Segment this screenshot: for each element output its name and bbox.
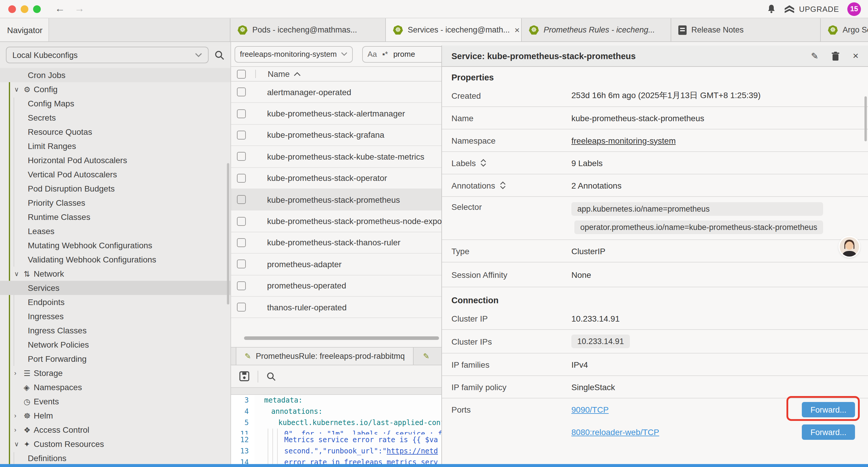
sidebar-item[interactable]: Network Policies	[0, 338, 230, 352]
namespace-select[interactable]: freeleaps-monitoring-system	[235, 46, 353, 62]
table-row[interactable]: kube-prometheus-stack-kube-state-metrics	[231, 146, 467, 168]
notification-badge[interactable]: 15	[847, 2, 861, 16]
table-row[interactable]: kube-prometheus-stack-grafana	[231, 125, 467, 146]
back-icon[interactable]: ←	[55, 3, 65, 15]
expand-collapse-icon[interactable]	[481, 159, 487, 167]
drawer-scrollbar[interactable]	[864, 96, 867, 141]
tab-pods[interactable]: ☸ Pods - icecheng@mathmas...	[230, 18, 386, 41]
sidebar-item[interactable]: › ❖ Access Control	[0, 423, 230, 437]
kubeconfig-select[interactable]: Local Kubeconfigs	[6, 47, 209, 63]
tab-release-notes[interactable]: Release Notes	[671, 18, 821, 41]
namespace-link[interactable]: freeleaps-monitoring-system	[571, 136, 676, 145]
sidebar-item[interactable]: Horizontal Pod Autoscalers	[0, 153, 230, 167]
save-icon[interactable]	[239, 371, 249, 381]
forward-button[interactable]: Forward...	[802, 425, 855, 440]
editor-tab-partial[interactable]: ✎	[417, 348, 435, 365]
expand-collapse-icon[interactable]	[500, 181, 506, 189]
close-window-button[interactable]	[8, 5, 16, 13]
sidebar-item[interactable]: Secrets	[0, 111, 230, 125]
table-row[interactable]: kube-prometheus-stack-alertmanager	[231, 103, 467, 125]
sidebar-item[interactable]: Ingress Classes	[0, 323, 230, 338]
sidebar-item[interactable]: Validating Webhook Configurations	[0, 253, 230, 267]
search-icon[interactable]	[267, 372, 276, 381]
table-row[interactable]: kube-prometheus-stack-operator	[231, 168, 467, 189]
sidebar-scrollbar[interactable]	[227, 163, 229, 304]
close-tab-icon[interactable]: ×	[515, 25, 520, 35]
sidebar-item-label: Namespaces	[34, 382, 82, 392]
avatar[interactable]	[840, 237, 859, 257]
chevron-down-icon	[341, 52, 347, 56]
sidebar-item[interactable]: Endpoints	[0, 295, 230, 309]
row-checkbox[interactable]	[237, 217, 246, 226]
yaml-editor[interactable]: 3metadata: 4annotations: 5kubectl.kubern…	[231, 395, 467, 465]
sidebar-item[interactable]: Services	[0, 281, 230, 295]
table-row[interactable]: kube-prometheus-stack-prometheus	[231, 189, 467, 211]
table-row[interactable]: kube-prometheus-stack-prometheus-node-ex…	[231, 211, 467, 232]
sidebar-item[interactable]: Mutating Webhook Configurations	[0, 238, 230, 253]
kubernetes-icon: ☸	[393, 25, 403, 35]
table-row[interactable]: alertmanager-operated	[231, 82, 467, 103]
search-input[interactable]: Aa ▪* prome	[362, 46, 451, 62]
table-row[interactable]: thanos-ruler-operated	[231, 297, 467, 318]
property-value: 10.233.14.91	[571, 314, 620, 323]
forward-icon[interactable]: →	[74, 3, 85, 15]
service-name: alertmanager-operated	[267, 87, 351, 97]
tab-prometheus-rules[interactable]: ☸ Prometheus Rules - icecheng...	[522, 18, 671, 41]
upgrade-button[interactable]: UPGRADE	[784, 4, 839, 13]
sidebar-item[interactable]: Config Maps	[0, 96, 230, 111]
maximize-window-button[interactable]	[33, 5, 41, 13]
close-icon[interactable]: ×	[852, 51, 859, 61]
sidebar-item[interactable]: ∨ ⇅ Network	[0, 267, 230, 281]
row-checkbox[interactable]	[237, 152, 246, 161]
sidebar-item[interactable]: Resource Quotas	[0, 125, 230, 139]
filterbar-extension	[441, 42, 868, 46]
sidebar-item[interactable]: Pod Disruption Budgets	[0, 181, 230, 196]
sidebar-item[interactable]: Vertical Pod Autoscalers	[0, 167, 230, 181]
drawer-body: Properties Created 253d 16h 6m ago (2025…	[442, 67, 868, 467]
sidebar-item[interactable]: Limit Ranges	[0, 139, 230, 153]
row-checkbox[interactable]	[237, 303, 246, 312]
sidebar-item[interactable]: Port Forwarding	[0, 352, 230, 366]
tab-services[interactable]: ☸ Services - icecheng@math... ×	[386, 18, 522, 41]
sidebar-item[interactable]: Leases	[0, 224, 230, 238]
row-checkbox[interactable]	[237, 238, 246, 247]
table-row[interactable]: kube-prometheus-stack-thanos-ruler	[231, 232, 467, 254]
sidebar-item[interactable]: Definitions	[0, 451, 230, 465]
sidebar-item[interactable]: Priority Classes	[0, 196, 230, 210]
row-checkbox[interactable]	[237, 174, 246, 183]
search-icon[interactable]	[215, 50, 224, 60]
forward-button[interactable]: Forward...	[802, 402, 855, 417]
trash-icon[interactable]	[831, 51, 840, 61]
horizontal-scrollbar-thumb[interactable]	[244, 337, 439, 340]
table-row[interactable]: prometheus-adapter	[231, 254, 467, 275]
sidebar-item[interactable]: Runtime Classes	[0, 210, 230, 224]
name-column-header[interactable]: Name	[268, 69, 301, 79]
edit-icon[interactable]: ✎	[811, 51, 818, 61]
bell-icon[interactable]	[767, 4, 776, 13]
row-checkbox[interactable]	[237, 260, 246, 269]
row-checkbox[interactable]	[237, 109, 246, 118]
sidebar-item[interactable]: › ☸ Helm	[0, 408, 230, 423]
regex-toggle[interactable]: ▪*	[382, 50, 388, 59]
sidebar-item[interactable]: › ☰ Storage	[0, 366, 230, 380]
row-checkbox[interactable]	[237, 281, 246, 290]
tab-argo[interactable]: ☸ Argo Se	[821, 18, 868, 41]
table-row[interactable]: prometheus-operated	[231, 275, 467, 297]
sidebar-item[interactable]: ∨ ✦ Custom Resources	[0, 437, 230, 451]
row-checkbox[interactable]	[237, 195, 246, 204]
sidebar-item[interactable]: ◷ Events	[0, 394, 230, 408]
minimize-window-button[interactable]	[21, 5, 28, 13]
sidebar-item[interactable]: ◈ Namespaces	[0, 380, 230, 394]
sidebar-item[interactable]: Cron Jobs	[0, 68, 230, 82]
sidebar-item[interactable]: ∨ ⚙ Config	[0, 82, 230, 96]
select-all-checkbox[interactable]	[237, 69, 246, 78]
match-case-toggle[interactable]: Aa	[368, 50, 377, 59]
port-link[interactable]: 8080:reloader-web/TCP	[571, 428, 659, 437]
row-checkbox[interactable]	[237, 87, 246, 96]
row-checkbox[interactable]	[237, 130, 246, 140]
sidebar-item[interactable]: Ingresses	[0, 309, 230, 323]
editor-tab-prometheusrule[interactable]: ✎ PrometheusRule: freeleaps-prod-rabbitm…	[236, 348, 414, 365]
pencil-icon: ✎	[245, 352, 251, 360]
port-link[interactable]: 9090/TCP	[571, 405, 609, 414]
runbook-link[interactable]: https://netd	[387, 447, 438, 455]
